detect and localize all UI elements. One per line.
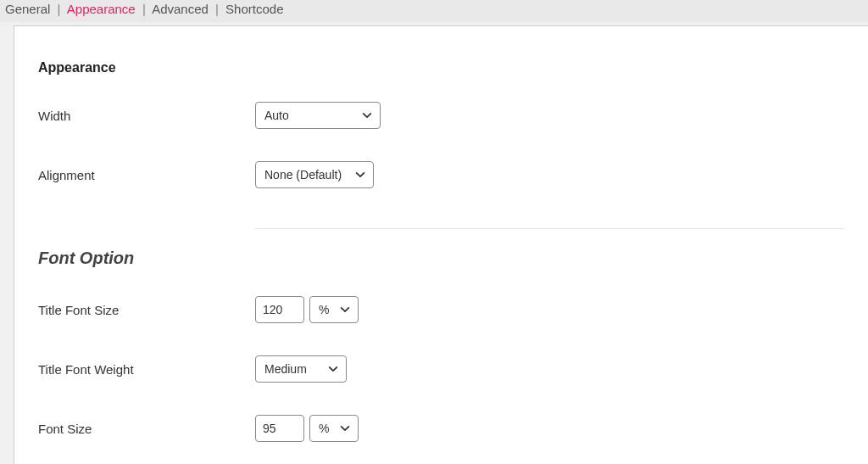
input-font-size[interactable] bbox=[255, 415, 304, 442]
field-width: Width Auto bbox=[38, 98, 844, 133]
select-width[interactable]: Auto bbox=[255, 102, 381, 129]
settings-panel: Appearance Width Auto Alignment None (De… bbox=[14, 25, 868, 464]
tab-separator: | bbox=[212, 2, 222, 16]
tab-appearance[interactable]: Appearance bbox=[67, 2, 136, 16]
select-title-font-weight-value: Medium bbox=[264, 362, 307, 376]
chevron-down-icon bbox=[339, 422, 351, 434]
select-title-font-size-unit[interactable]: % bbox=[309, 296, 359, 323]
chevron-down-icon bbox=[327, 363, 339, 375]
tab-general[interactable]: General bbox=[5, 2, 50, 16]
select-alignment-value: None (Default) bbox=[264, 168, 342, 182]
field-alignment: Alignment None (Default) bbox=[38, 157, 844, 193]
tab-separator: | bbox=[54, 2, 64, 16]
chevron-down-icon bbox=[354, 169, 366, 181]
label-title-font-size: Title Font Size bbox=[38, 303, 255, 317]
section-divider bbox=[255, 228, 844, 229]
select-font-size-unit-value: % bbox=[319, 422, 329, 435]
tab-separator: | bbox=[139, 2, 149, 16]
label-title-font-weight: Title Font Weight bbox=[38, 362, 255, 377]
label-width: Width bbox=[38, 109, 255, 123]
field-font-option-header: Font Option bbox=[38, 216, 844, 268]
select-font-size-unit[interactable]: % bbox=[309, 415, 359, 442]
section-title-appearance: Appearance bbox=[38, 60, 844, 75]
field-title-font-weight: Title Font Weight Medium bbox=[38, 351, 844, 387]
tab-shortcode[interactable]: Shortcode bbox=[225, 2, 283, 16]
field-title-font-size: Title Font Size % bbox=[38, 292, 844, 327]
section-title-font-option: Font Option bbox=[38, 249, 255, 268]
select-alignment[interactable]: None (Default) bbox=[255, 161, 374, 188]
select-width-value: Auto bbox=[264, 109, 289, 122]
field-font-size: Font Size % bbox=[38, 411, 844, 446]
tab-advanced[interactable]: Advanced bbox=[152, 2, 209, 16]
select-title-font-weight[interactable]: Medium bbox=[255, 355, 347, 383]
select-title-font-size-unit-value: % bbox=[319, 303, 329, 316]
input-title-font-size[interactable] bbox=[255, 296, 304, 323]
label-alignment: Alignment bbox=[38, 168, 255, 182]
label-font-size: Font Size bbox=[38, 422, 255, 436]
chevron-down-icon bbox=[361, 109, 373, 121]
chevron-down-icon bbox=[339, 304, 351, 316]
tab-strip: General | Appearance | Advanced | Shortc… bbox=[0, 0, 868, 22]
